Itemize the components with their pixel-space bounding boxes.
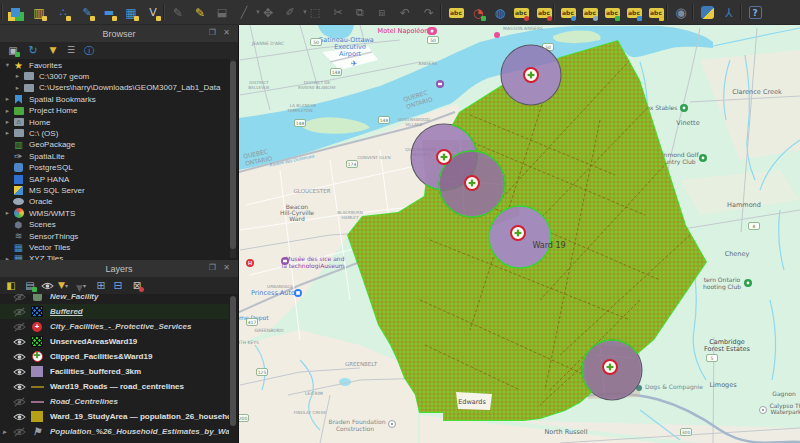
properties-icon[interactable]: ⓘ [80, 43, 98, 58]
label-rotate-icon[interactable]: abc [624, 3, 644, 22]
facility-marker [465, 176, 479, 190]
expand-all-icon[interactable]: ⊞ [92, 278, 110, 293]
new-mesh-layer-icon[interactable]: ▦ [121, 3, 141, 22]
expand-arrow-icon[interactable]: ▸ [3, 107, 12, 115]
new-geopackage-layer-icon[interactable]: ▥ [29, 3, 49, 22]
browser-item-ms-sql-server[interactable]: MS SQL Server [0, 184, 237, 196]
browser-item-vector-tiles[interactable]: ▦Vector Tiles [0, 241, 237, 253]
layer-item-ward19-roads[interactable]: Ward19_Roads — road_centrelines [0, 379, 229, 394]
save-edits-icon[interactable]: ⬓ [212, 3, 232, 22]
layer-diagram-icon[interactable]: ◔ [468, 3, 488, 22]
browser-item-sensorthings[interactable]: ≋SensorThings [0, 230, 237, 242]
new-layer-icon[interactable] [5, 3, 25, 22]
browser-item-scenes[interactable]: ⬢Scenes [0, 219, 237, 231]
new-polygon-layer-icon[interactable]: ▬ [99, 3, 119, 22]
visibility-eye-off-icon[interactable] [12, 307, 26, 317]
browser-item-home[interactable]: ▸⌂Home [0, 116, 237, 128]
new-virtual-layer-icon[interactable]: V [143, 3, 163, 22]
browser-item-spatial-bookmarks[interactable]: ▸Spatial Bookmarks [0, 93, 237, 105]
label-properties-icon[interactable]: abc [646, 3, 666, 22]
paste-features-icon[interactable]: ⧈ [372, 3, 392, 22]
visibility-eye-icon[interactable] [12, 367, 26, 377]
browser-item-project-home[interactable]: ▸Project Home [0, 105, 237, 117]
copy-features-icon[interactable]: ⧉ [350, 3, 370, 22]
browser-item-xyz-tiles[interactable]: ▸▦XYZ Tiles [0, 253, 237, 260]
expand-arrow-icon[interactable]: ▸ [13, 72, 22, 80]
filter-legend-icon[interactable]: ▼▾ [54, 278, 72, 293]
visibility-eye-off-icon[interactable] [12, 322, 26, 332]
toggle-editing-icon[interactable]: ✎ [190, 3, 210, 22]
visibility-eye-icon[interactable] [12, 412, 26, 422]
browser-item-spatialite[interactable]: ✑SpatiaLite [0, 150, 237, 162]
browser-scrollbar-thumb[interactable] [230, 61, 236, 249]
browser-item-c-os-[interactable]: ▸C:\ (OS) [0, 127, 237, 139]
layers-close-icon[interactable]: ✕ [223, 264, 230, 272]
help-icon[interactable]: ? [745, 3, 765, 22]
expand-arrow-icon[interactable]: ▸ [0, 428, 9, 436]
redo-icon[interactable]: ↷ [419, 3, 439, 22]
layer-item-new-facility[interactable]: New_Facility [0, 294, 229, 304]
browser-item-c-users-harry-downloads-geom3007-lab1-data[interactable]: ▸C:\Users\harry\Downloads\GEOM3007_Lab1_… [0, 82, 237, 94]
current-edits-icon[interactable]: ✎ [168, 3, 188, 22]
layers-scrollbar-thumb[interactable] [230, 296, 236, 426]
collapse-all-icon[interactable]: ⊟ [109, 278, 127, 293]
flag-icon: ⚑ [30, 426, 44, 437]
browser-item-sap-hana[interactable]: SAP HANA [0, 173, 237, 185]
layer-item-road-centrelines[interactable]: Road_Centrelines [0, 394, 229, 409]
label-toolbar-a-icon[interactable]: abc [511, 3, 531, 22]
visibility-eye-icon[interactable] [12, 337, 26, 347]
layer-item-buffered[interactable]: Buffered [0, 304, 229, 319]
expand-arrow-icon[interactable]: ▸ [3, 209, 12, 217]
label-pin-icon[interactable]: abc [558, 3, 578, 22]
map-label: Forest Estates [704, 345, 751, 353]
expand-arrow-icon[interactable]: ▾ [3, 61, 12, 69]
expand-arrow-icon[interactable]: ▸ [3, 95, 12, 103]
open-layer-styling-icon[interactable]: ◧ [2, 278, 20, 293]
visibility-eye-icon[interactable] [12, 352, 26, 362]
expand-arrow-icon[interactable]: ▸ [3, 118, 12, 126]
layers-float-icon[interactable]: ❐ [209, 264, 216, 272]
undo-icon[interactable]: ↶ [395, 3, 415, 22]
browser-item-favorites[interactable]: ▾★Favorites [0, 59, 237, 71]
label-highlight-icon[interactable]: abc [580, 3, 600, 22]
move-feature-icon[interactable]: ✥ [258, 3, 278, 22]
new-point-layer-icon[interactable]: ∴ [53, 3, 73, 22]
browser-item-c-3007-geom[interactable]: ▸C:\3007 geom [0, 70, 237, 82]
layer-item-facilities-buffered-3km[interactable]: Facilities_buffered_3km [0, 364, 229, 379]
refresh-icon[interactable]: ↻ [24, 43, 42, 58]
filter-expression-icon[interactable]: ▼▾ [72, 278, 90, 293]
browser-close-icon[interactable]: ✕ [223, 29, 230, 37]
browser-float-icon[interactable]: ❐ [209, 29, 216, 37]
processing-toolbox-icon[interactable]: ⅄ [719, 3, 739, 22]
browser-item-oracle[interactable]: Oracle [0, 196, 237, 208]
metasearch-icon[interactable]: ◉ [671, 3, 691, 22]
visibility-eye-off-icon[interactable] [12, 294, 26, 302]
browser-item-postgresql[interactable]: PostgreSQL [0, 162, 237, 174]
expand-arrow-icon[interactable]: ▸ [3, 129, 12, 137]
delete-selected-icon[interactable]: ⬚ [305, 3, 325, 22]
visibility-eye-icon[interactable] [12, 382, 26, 392]
add-layer-icon[interactable]: ▣ [4, 43, 22, 58]
add-group-icon[interactable]: ▤ [21, 278, 39, 293]
browser-item-wms-wmts[interactable]: ▸WMS/WMTS [0, 207, 237, 219]
new-line-layer-icon[interactable]: ✎ [77, 3, 97, 22]
browser-item-geopackage[interactable]: ▥GeoPackage [0, 139, 237, 151]
remove-layer-icon[interactable]: ⊠ [128, 278, 146, 293]
collapse-all-icon[interactable]: ☰ [62, 43, 80, 58]
visibility-eye-off-icon[interactable] [12, 397, 26, 407]
layer-item-ward-19-studyarea[interactable]: Ward_19_StudyArea — population_26_househ… [0, 409, 229, 424]
map-canvas[interactable]: MASSON ANGERSMotel NapoléonGatineau-Otta… [239, 25, 800, 443]
layer-item-unservedareasward19[interactable]: UnservedAreasWard19 [0, 334, 229, 349]
visibility-eye-off-icon[interactable] [12, 427, 26, 437]
label-toolbar-b-icon[interactable]: abc [534, 3, 554, 22]
layer-item-city-facilities-protective-services[interactable]: +City_Facilities_-_Protective_Services [0, 319, 229, 334]
filter-browser-icon[interactable]: ▼ [44, 43, 62, 58]
map-tips-icon[interactable]: ◍ [490, 3, 510, 22]
layer-labeling-icon[interactable]: abc [446, 3, 466, 22]
label-move-icon[interactable]: abc [602, 3, 622, 22]
layer-item-population-26-household-estimates-by-ward-e[interactable]: ▸⚑Population_%26_Household_Estimates_by_… [0, 424, 229, 439]
layer-item-clipped-facilities-ward19[interactable]: ✚Clipped_Facilities&Ward19 [0, 349, 229, 364]
cut-features-icon[interactable]: ✂ [328, 3, 348, 22]
python-console-icon[interactable] [697, 3, 717, 22]
expand-arrow-icon[interactable]: ▸ [13, 84, 22, 92]
